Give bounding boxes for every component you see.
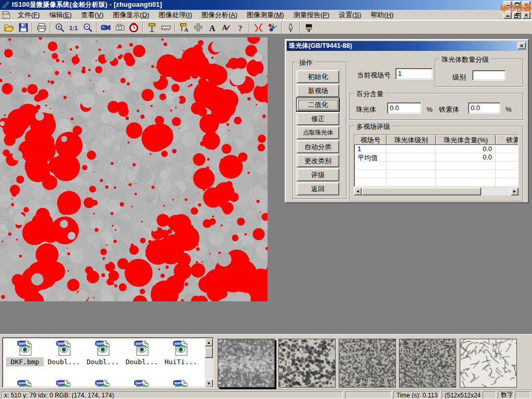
- thumbnail-4[interactable]: [399, 339, 456, 388]
- video-camera-button[interactable]: [99, 21, 112, 33]
- ferrite-percent-sign: %: [506, 105, 512, 113]
- auto-classify-button[interactable]: 自动分类: [297, 140, 339, 153]
- grade-input[interactable]: [472, 70, 506, 81]
- calibration-points-button[interactable]: 13: [266, 21, 279, 33]
- thumbnail-2[interactable]: [278, 339, 336, 388]
- thumbnail-3[interactable]: [339, 339, 396, 388]
- menu-file[interactable]: 文件(F): [13, 9, 45, 21]
- bmp-file-icon: BMP: [134, 340, 150, 356]
- col-ferrite-content[interactable]: 铁素体: [496, 135, 518, 145]
- pick-pearlite-button[interactable]: 点取珠光体: [297, 126, 339, 139]
- file-item[interactable]: BMPHuiTi...: [163, 340, 199, 366]
- print-button[interactable]: [35, 21, 48, 33]
- rate-button[interactable]: 评级: [297, 168, 339, 181]
- table-row[interactable]: 平均值 0.0: [354, 153, 518, 162]
- pen-button[interactable]: [284, 21, 297, 33]
- bmp-file-icon: BMP: [95, 340, 111, 356]
- table-header-row: 视场号 珠光体级别 珠光体含量(%) 铁素体: [354, 135, 518, 145]
- dialog-title-bar[interactable]: 珠光体(GB/T9441-88) ×: [287, 41, 527, 51]
- thumbnail-5[interactable]: [460, 339, 517, 388]
- save-icon: [18, 22, 28, 32]
- curve-tool-button[interactable]: [252, 21, 265, 33]
- menu-image-measure[interactable]: 图像测量(M): [242, 9, 289, 21]
- open-button[interactable]: [3, 21, 16, 33]
- change-class-button[interactable]: 更改类别: [297, 154, 339, 167]
- measure-label-button[interactable]: A: [178, 21, 191, 33]
- toolbar: 1:1AAA?13: [0, 20, 532, 34]
- file-list-scrollbar[interactable]: ▲ ▼: [205, 338, 213, 388]
- new-field-button[interactable]: 新视场: [297, 84, 339, 97]
- init-button[interactable]: 初始化: [297, 70, 339, 83]
- file-name: HuiTi...: [163, 358, 199, 366]
- menu-image-analysis[interactable]: 图像分析(A): [197, 9, 242, 21]
- toolbar-separator: [299, 22, 300, 33]
- binarize-button[interactable]: 二值化: [297, 98, 339, 111]
- scroll-left-icon[interactable]: ◄: [354, 188, 362, 195]
- thumbnail-1[interactable]: [218, 339, 275, 388]
- photo-camera-button[interactable]: [113, 21, 126, 33]
- text-edit-button[interactable]: A: [220, 21, 233, 33]
- file-item[interactable]: BMPDoubl...: [85, 340, 121, 366]
- file-item[interactable]: BMP: [163, 379, 199, 388]
- cell-grade: [387, 145, 436, 153]
- menu-view[interactable]: 查看(V): [76, 9, 108, 21]
- file-browser: BMPDKF.bmp BMPDoubl... BMPDoubl... BMPDo…: [2, 337, 214, 388]
- ferrite-label: 铁素体: [439, 105, 459, 114]
- bmp-file-icon: BMP: [134, 379, 150, 388]
- file-item[interactable]: BMP: [85, 379, 121, 388]
- pearlite-percent-input[interactable]: 0.0: [387, 102, 421, 114]
- micrograph-image[interactable]: [0, 37, 268, 301]
- timer-button[interactable]: [127, 21, 140, 33]
- cell-content: 0.0: [436, 145, 496, 153]
- cell-field-no: 1: [354, 145, 387, 153]
- dialog-close-button[interactable]: ×: [517, 42, 526, 49]
- table-row-empty[interactable]: [354, 162, 518, 170]
- col-pearlite-grade[interactable]: 珠光体级别: [387, 135, 436, 145]
- file-item[interactable]: BMPDKF.bmp: [7, 340, 43, 366]
- menu-measure-report[interactable]: 测量报告(P): [289, 9, 334, 21]
- scroll-up-icon[interactable]: ▲: [205, 338, 213, 347]
- zoom-out-button[interactable]: [81, 21, 94, 33]
- text-button[interactable]: A: [206, 21, 219, 33]
- file-item[interactable]: BMPDoubl...: [124, 340, 160, 366]
- scroll-down-icon[interactable]: ▼: [205, 379, 213, 388]
- scroll-right-icon[interactable]: ►: [511, 188, 518, 195]
- scrollbar-thumb[interactable]: [362, 188, 481, 195]
- menu-settings[interactable]: 设置(S): [334, 9, 366, 21]
- table-row-empty[interactable]: [354, 170, 518, 178]
- curve-tool-icon: [254, 22, 263, 32]
- scrollbar-thumb[interactable]: [205, 347, 213, 358]
- multifield-table[interactable]: 视场号 珠光体级别 珠光体含量(%) 铁素体 1 0.0 平均值 0.0: [354, 135, 518, 187]
- table-row-empty[interactable]: [354, 178, 518, 187]
- file-item[interactable]: BMP: [124, 379, 160, 388]
- menu-image-processing[interactable]: 图像处理(I): [154, 9, 196, 21]
- bmp-file-icon: BMP: [17, 340, 33, 356]
- scrollbar-track[interactable]: [481, 188, 511, 195]
- file-item[interactable]: BMP: [46, 379, 82, 388]
- current-field-input[interactable]: 1: [395, 68, 433, 79]
- brush-button[interactable]: [302, 21, 315, 33]
- status-empty-pane: [483, 391, 496, 399]
- return-button[interactable]: 返回: [297, 182, 339, 195]
- menu-edit[interactable]: 编辑(E): [45, 9, 76, 21]
- save-button[interactable]: [17, 21, 30, 33]
- bmp-file-icon: BMP: [56, 379, 72, 388]
- actual-size-button[interactable]: 1:1: [67, 21, 80, 33]
- help-button[interactable]: ?: [234, 21, 247, 33]
- grid-cross-button[interactable]: [192, 21, 205, 33]
- zoom-in-button[interactable]: [53, 21, 66, 33]
- correct-button[interactable]: 修正: [297, 112, 339, 125]
- col-field-no[interactable]: 视场号: [354, 135, 387, 145]
- file-item[interactable]: BMPDoubl...: [46, 340, 82, 366]
- svg-text:1:1: 1:1: [69, 25, 77, 31]
- menu-help[interactable]: 帮助(H): [366, 9, 398, 21]
- ferrite-percent-input[interactable]: 0.0: [468, 102, 500, 114]
- ruler-horizontal-button[interactable]: [159, 21, 172, 33]
- table-row[interactable]: 1 0.0: [354, 145, 518, 153]
- caliper-vertical-button[interactable]: [145, 21, 158, 33]
- col-pearlite-content[interactable]: 珠光体含量(%): [436, 135, 496, 145]
- help-icon: ?: [235, 22, 245, 32]
- file-item[interactable]: BMP: [7, 379, 43, 388]
- menu-image-display[interactable]: 图像显示(D): [108, 9, 154, 21]
- table-horizontal-scrollbar[interactable]: ◄ ►: [354, 188, 518, 195]
